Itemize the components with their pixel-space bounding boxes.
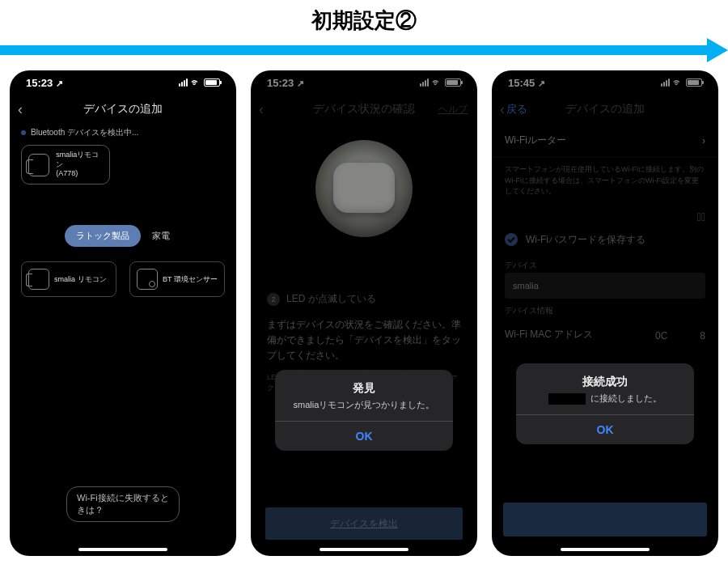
signal-icon <box>661 78 670 87</box>
eye-slash-icon[interactable]: 👁⃠ <box>697 210 705 223</box>
device-info-section: デバイス情報 <box>492 299 718 318</box>
category-tabs: ラトック製品 家電 <box>10 225 236 247</box>
wifi-router-row[interactable]: Wi-Fiルーター › <box>492 124 718 158</box>
success-modal: 接続成功 に接続しました。 OK <box>516 363 694 444</box>
wifi-icon: ᯤ <box>191 77 201 88</box>
screen-wifi-connect: 15:45 ↗ ᯤ ‹ 戻る デバイスの追加 Wi-Fiルーター › スマートフ… <box>492 70 718 556</box>
instruction-text: まずはデバイスの状況をご確認ください。準備ができましたら「デバイスを検出」をタッ… <box>251 309 477 369</box>
home-indicator[interactable] <box>561 548 650 551</box>
modal-title: 接続成功 <box>516 363 694 392</box>
step-number-icon: 2 <box>267 293 280 306</box>
primary-action-button[interactable] <box>503 503 707 537</box>
detect-device-button[interactable]: デバイスを検出 <box>265 507 463 540</box>
redacted-block <box>548 393 586 405</box>
status-time: 15:23 ↗ <box>267 77 304 89</box>
card-remote[interactable]: smalia リモコン <box>21 261 116 297</box>
modal-ok-button[interactable]: OK <box>516 414 694 444</box>
nav-bar: ‹ 戻る デバイスの追加 <box>492 95 718 124</box>
screens-row: 15:23 ↗ ᯤ ‹ デバイスの追加 Bluetooth デバイスを検出中..… <box>0 70 728 556</box>
home-indicator[interactable] <box>78 548 167 551</box>
device-section-label: デバイス <box>492 253 718 273</box>
screen-add-device: 15:23 ↗ ᯤ ‹ デバイスの追加 Bluetooth デバイスを検出中..… <box>10 70 236 556</box>
wifi-icon: ᯤ <box>673 77 683 88</box>
modal-message: smaliaリモコンが見つかりました。 <box>275 399 453 421</box>
remote-icon <box>28 269 49 290</box>
location-icon: ↗ <box>538 78 545 88</box>
modal-ok-button[interactable]: OK <box>275 421 453 451</box>
found-device-card[interactable]: smaliaリモコン (A778) <box>21 145 110 185</box>
status-bar: 15:23 ↗ ᯤ <box>10 70 236 95</box>
nav-title: デバイス状況の確認 <box>313 102 415 117</box>
page-title: 初期設定② <box>0 0 728 38</box>
back-button[interactable]: ‹ 戻る <box>500 101 527 118</box>
status-bar: 15:23 ↗ ᯤ <box>251 70 477 95</box>
battery-icon <box>686 78 702 87</box>
nav-bar: ‹ デバイス状況の確認 ヘルプ <box>251 95 477 124</box>
redacted-block <box>667 328 700 339</box>
back-button[interactable]: ‹ <box>18 101 23 118</box>
wifi-note: スマートフォンが現在使用しているWi-Fiに接続します。別のWi-Fiに接続する… <box>492 158 718 207</box>
sensor-icon <box>137 269 158 290</box>
nav-title: デバイスの追加 <box>83 102 163 117</box>
device-name-field[interactable]: smalia <box>505 273 705 299</box>
bluetooth-dot-icon <box>21 130 26 135</box>
modal-message: に接続しました。 <box>516 392 694 414</box>
flow-arrow <box>0 41 728 59</box>
wifi-icon: ᯤ <box>432 77 442 88</box>
status-time: 15:23 ↗ <box>26 77 63 89</box>
nav-bar: ‹ デバイスの追加 <box>10 95 236 124</box>
status-time: 15:45 ↗ <box>508 77 545 89</box>
check-icon <box>505 233 518 246</box>
step-led: 2 LED が点滅している <box>251 289 477 309</box>
location-icon: ↗ <box>297 78 304 88</box>
battery-icon <box>204 78 220 87</box>
signal-icon <box>420 78 429 87</box>
modal-title: 発見 <box>275 370 453 399</box>
signal-icon <box>179 78 188 87</box>
tab-ratoc[interactable]: ラトック製品 <box>65 225 141 247</box>
screen-device-status: 15:23 ↗ ᯤ ‹ デバイス状況の確認 ヘルプ 2 LED が点滅している … <box>251 70 477 556</box>
location-icon: ↗ <box>56 78 63 88</box>
home-indicator[interactable] <box>320 548 408 551</box>
card-sensor[interactable]: BT 環境センサー <box>129 261 225 297</box>
status-bar: 15:45 ↗ ᯤ <box>492 70 718 95</box>
nav-title: デバイスの追加 <box>565 102 645 117</box>
chevron-right-icon: › <box>702 135 705 146</box>
battery-icon <box>445 78 461 87</box>
tab-appliance[interactable]: 家電 <box>141 225 181 247</box>
scanning-row: Bluetooth デバイスを検出中... <box>10 124 236 145</box>
save-password-row[interactable]: Wi-Fiパスワードを保存する <box>492 227 718 253</box>
product-image <box>315 140 413 237</box>
found-modal: 発見 smaliaリモコンが見つかりました。 OK <box>275 370 453 451</box>
help-link[interactable]: ヘルプ <box>438 103 468 117</box>
mac-address-row: Wi-Fi MAC アドレス 0C8 <box>492 318 718 351</box>
back-button[interactable]: ‹ <box>259 101 264 118</box>
wifi-troubleshoot-link[interactable]: Wi-Fi接続に失敗するときは？ <box>66 486 180 522</box>
remote-device-icon <box>28 154 49 176</box>
